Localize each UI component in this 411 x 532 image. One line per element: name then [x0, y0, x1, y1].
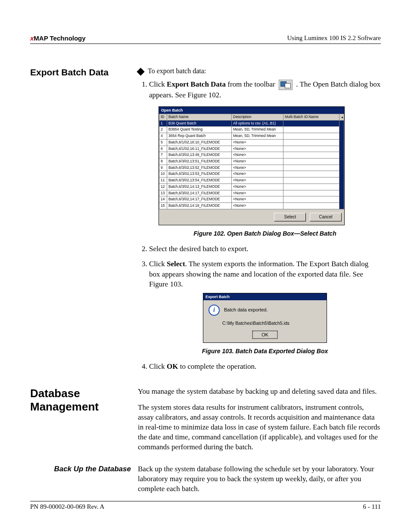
- section-heading-export: Export Batch Data: [30, 67, 131, 78]
- step-3: Click Select. The system exports the inf…: [149, 259, 381, 355]
- header-title: MAP Technology: [34, 34, 85, 42]
- dialog-title: Export Batch: [203, 293, 327, 300]
- header-right: Using Luminex 100 IS 2.2 Software: [287, 34, 381, 42]
- table-row[interactable]: 10Batch,6/3/02,13:53_FILEMODE<None>: [159, 171, 344, 177]
- table-row[interactable]: 7Batch,6/3/02,13:49_FILEMODE<None>: [159, 152, 344, 159]
- export-path: C:\My Batches\Batch5\Batch5.ids: [222, 320, 321, 326]
- scroll-up-icon[interactable]: ▲: [339, 114, 344, 120]
- col-mb[interactable]: Multi-Batch ID:Name: [283, 114, 339, 120]
- cancel-button[interactable]: Cancel: [310, 213, 342, 221]
- export-batch-dialog: Export Batch i Batch data exported. C:\M…: [203, 293, 327, 343]
- header-left: xMAP Technology: [30, 34, 86, 42]
- step-4: Click OK to complete the operation.: [149, 361, 381, 371]
- info-icon: i: [209, 305, 220, 316]
- table-row[interactable]: 11Batch,6/3/02,13:54_FILEMODE<None>: [159, 177, 344, 184]
- table-row[interactable]: 9Batch,6/3/02,13:52_FILEMODE<None>: [159, 165, 344, 171]
- step-1: Click Export Batch Data from the toolbar…: [149, 79, 381, 238]
- table-row[interactable]: 6Batch,6/1/02,16:11_FILEMODE<None>: [159, 146, 344, 152]
- col-desc[interactable]: Description: [232, 114, 283, 120]
- footer-left: PN 89-00002-00-069 Rev. A: [30, 503, 104, 510]
- col-id[interactable]: ID: [159, 114, 167, 120]
- table-row[interactable]: 8Batch,6/3/02,13:51_FILEMODE<None>: [159, 158, 344, 165]
- step-2: Select the desired batch to export.: [149, 244, 381, 254]
- intro-line: To export batch data:: [138, 67, 381, 75]
- db-paragraph-1: You manage the system database by backin…: [138, 387, 381, 397]
- ok-button[interactable]: OK: [252, 331, 277, 339]
- open-batch-dialog: Open Batch ID Batch Name Description: [159, 106, 345, 225]
- diamond-icon: [137, 68, 144, 75]
- table-row[interactable]: 2B3654 Quant TestingMean, SD, Trimmed Me…: [159, 127, 344, 133]
- dialog-title: Open Batch: [159, 107, 344, 114]
- page-header: xMAP Technology Using Luminex 100 IS 2.2…: [30, 34, 381, 44]
- intro-text: To export batch data:: [148, 67, 206, 75]
- table-row[interactable]: 5Batch,6/1/02,16:10_FILEMODE<None>: [159, 139, 344, 146]
- footer-right: 6 - 111: [363, 503, 381, 510]
- page-footer: PN 89-00002-00-069 Rev. A 6 - 111: [30, 501, 381, 510]
- figure-103-caption: Figure 103. Batch Data Exported Dialog B…: [149, 347, 381, 355]
- table-row[interactable]: 12Batch,6/3/02,14:13_FILEMODE<None>: [159, 184, 344, 190]
- scrollbar[interactable]: [339, 120, 344, 209]
- table-row[interactable]: 15Batch,6/3/02,14:19_FILEMODE<None>: [159, 203, 344, 209]
- export-toolbar-icon: [279, 80, 293, 90]
- select-button[interactable]: Select: [274, 213, 306, 221]
- table-row[interactable]: 43654 Rep Quant BatchMean, SD, Trimmed M…: [159, 133, 344, 140]
- table-row[interactable]: 13Batch,6/3/02,14:17_FILEMODE<None>: [159, 190, 344, 196]
- table-row[interactable]: 1B36 Quant BatchAll options to csv. (A1.…: [159, 120, 344, 127]
- batch-table: ID Batch Name Description Multi-Batch ID…: [159, 114, 344, 209]
- section-heading-database: Database Management: [30, 387, 131, 413]
- figure-102-caption: Figure 102. Open Batch Dialog Box—Select…: [149, 230, 381, 238]
- col-name[interactable]: Batch Name: [167, 114, 232, 120]
- subsection-heading-backup: Back Up the Database: [30, 464, 131, 473]
- table-row[interactable]: 14Batch,6/3/02,14:17_FILEMODE<None>: [159, 196, 344, 203]
- backup-paragraph: Back up the system database following th…: [138, 464, 381, 494]
- dialog-message: Batch data exported.: [224, 307, 268, 313]
- db-paragraph-2: The system stores data results for instr…: [138, 403, 381, 452]
